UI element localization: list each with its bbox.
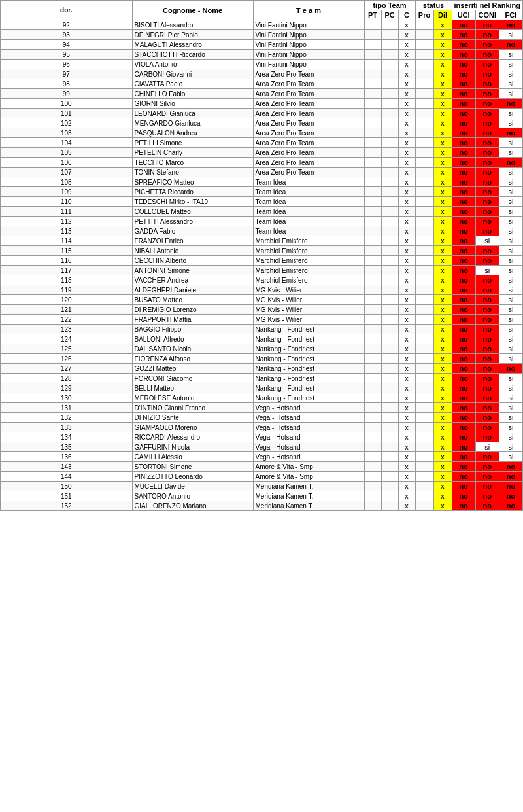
uci-cell: no <box>452 501 475 511</box>
table-row: 151SANTORO AntonioMeridiana Kamen T.xxno… <box>1 491 523 501</box>
table-row: 94MALAGUTI AlessandroVini Fantini Nippox… <box>1 40 523 50</box>
dor-cell: 123 <box>1 325 133 334</box>
fci-cell: si <box>499 168 522 177</box>
pro-cell <box>415 30 433 40</box>
coni-cell: no <box>475 207 499 217</box>
uci-cell: no <box>452 295 475 305</box>
c-cell: x <box>398 275 415 285</box>
coni-cell: no <box>475 187 499 197</box>
pc-cell <box>381 403 398 413</box>
pc-cell <box>381 40 398 50</box>
team-cell: Area Zero Pro Team <box>253 138 364 148</box>
pt-cell <box>364 30 381 40</box>
table-row: 105PETELIN CharlyArea Zero Pro Teamxxnon… <box>1 148 523 158</box>
team-cell: Vega - Hotsand <box>253 413 364 423</box>
cognome-header: Cognome - Nome <box>132 1 253 20</box>
pro-cell <box>415 168 433 177</box>
pc-cell <box>381 89 398 99</box>
c-cell: x <box>398 138 415 148</box>
name-cell: TEDESCHI Mirko - ITA19 <box>132 197 253 207</box>
fci-cell: si <box>499 138 522 148</box>
dil-cell: x <box>433 305 452 315</box>
coni-cell: no <box>475 99 499 109</box>
name-cell: D'INTINO Gianni Franco <box>132 403 253 413</box>
team-cell: Vega - Hotsand <box>253 452 364 462</box>
dor-cell: 117 <box>1 266 133 275</box>
pro-cell <box>415 197 433 207</box>
c-cell: x <box>398 423 415 432</box>
uci-cell: no <box>452 423 475 432</box>
coni-cell: no <box>475 501 499 511</box>
dor-cell: 125 <box>1 344 133 354</box>
table-row: 125DAL SANTO NicolaNankang - Fondriestxx… <box>1 344 523 354</box>
coni-cell: no <box>475 432 499 442</box>
pt-cell <box>364 158 381 168</box>
pc-cell <box>381 30 398 40</box>
coni-cell: no <box>475 148 499 158</box>
coni-cell: no <box>475 482 499 491</box>
dor-cell: 132 <box>1 413 133 423</box>
coni-cell: no <box>475 177 499 187</box>
pro-cell <box>415 217 433 226</box>
table-row: 98CIAVATTA PaoloArea Zero Pro Teamxxnono… <box>1 79 523 89</box>
fci-cell: si <box>499 423 522 432</box>
dor-cell: 133 <box>1 423 133 432</box>
team-cell: Vini Fantini Nippo <box>253 60 364 69</box>
uci-cell: no <box>452 148 475 158</box>
name-cell: DI REMIGIO Lorenzo <box>132 305 253 315</box>
uci-cell: no <box>452 20 475 30</box>
dil-cell: x <box>433 325 452 334</box>
name-cell: COLLODEL Matteo <box>132 207 253 217</box>
c-cell: x <box>398 491 415 501</box>
name-cell: RICCARDI Alessandro <box>132 432 253 442</box>
team-cell: Team Idea <box>253 187 364 197</box>
dil-cell: x <box>433 138 452 148</box>
dor-cell: 113 <box>1 226 133 236</box>
pt-cell <box>364 256 381 266</box>
table-row: 126FIORENZA AlfonsoNankang - Fondriestxx… <box>1 354 523 364</box>
pc-cell <box>381 432 398 442</box>
uci-cell: no <box>452 354 475 364</box>
pro-cell <box>415 295 433 305</box>
name-cell: CHINELLO Fabio <box>132 89 253 99</box>
uci-cell: no <box>452 334 475 344</box>
table-row: 136CAMILLI AlessioVega - Hotsandxxnonosi <box>1 452 523 462</box>
pt-cell <box>364 413 381 423</box>
fci-cell: si <box>499 60 522 69</box>
table-row: 134RICCARDI AlessandroVega - Hotsandxxno… <box>1 432 523 442</box>
team-cell: Area Zero Pro Team <box>253 89 364 99</box>
pro-cell <box>415 393 433 403</box>
pt-cell <box>364 177 381 187</box>
pc-cell <box>381 79 398 89</box>
pt-cell <box>364 472 381 482</box>
c-cell: x <box>398 344 415 354</box>
name-cell: FIORENZA Alfonso <box>132 354 253 364</box>
pc-cell <box>381 168 398 177</box>
team-cell: MG Kvis - Wilier <box>253 305 364 315</box>
pt-cell <box>364 295 381 305</box>
team-cell: Amore & Vita - Smp <box>253 462 364 472</box>
c-cell: x <box>398 128 415 138</box>
name-cell: CIAVATTA Paolo <box>132 79 253 89</box>
pro-cell <box>415 285 433 295</box>
dil-cell: x <box>433 482 452 491</box>
pc-cell <box>381 285 398 295</box>
team-cell: Area Zero Pro Team <box>253 109 364 118</box>
pc-cell <box>381 305 398 315</box>
uci-cell: no <box>452 226 475 236</box>
name-cell: GAFFURINI Nicola <box>132 442 253 452</box>
dil-cell: x <box>433 246 452 256</box>
coni-cell: no <box>475 462 499 472</box>
fci-cell: si <box>499 285 522 295</box>
uci-cell: no <box>452 305 475 315</box>
pro-cell <box>415 118 433 128</box>
team-cell: MG Kvis - Wilier <box>253 285 364 295</box>
dil-cell: x <box>433 40 452 50</box>
dor-cell: 95 <box>1 50 133 60</box>
team-cell: Team Idea <box>253 226 364 236</box>
pt-cell <box>364 79 381 89</box>
pro-cell <box>415 423 433 432</box>
coni-cell: no <box>475 403 499 413</box>
pc-cell <box>381 60 398 69</box>
fci-cell: no <box>499 472 522 482</box>
